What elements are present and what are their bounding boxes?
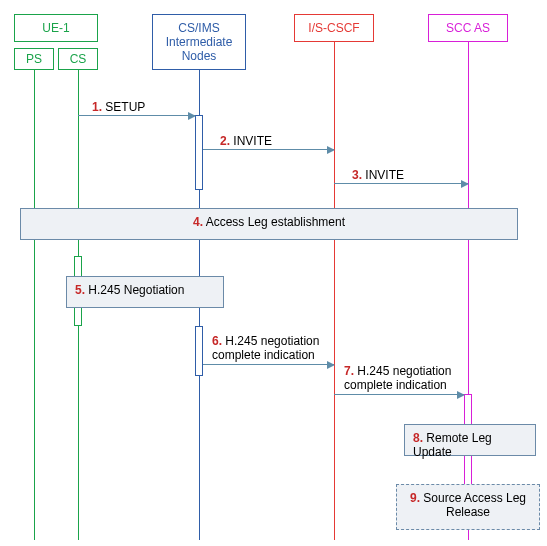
msg7-label: 7. H.245 negotiation complete indication [344,364,474,392]
participant-csims-label: CS/IMS Intermediate Nodes [157,21,241,63]
arrow-invite-2 [203,149,334,150]
participant-iscscf-label: I/S-CSCF [308,21,359,35]
arrow-invite-3 [334,183,468,184]
participant-ue1-cs-label: CS [70,52,87,66]
msg1-label: 1. SETUP [92,100,145,114]
arrow-h245-6 [203,364,334,365]
lifeline-iscscf [334,42,335,540]
block-h245-neg: 5. H.245 Negotiation [66,276,224,308]
msg3-label: 3. INVITE [352,168,404,182]
participant-csims: CS/IMS Intermediate Nodes [152,14,246,70]
activation-csims-6 [195,326,203,376]
participant-sccas: SCC AS [428,14,508,42]
participant-iscscf: I/S-CSCF [294,14,374,42]
arrow-h245-7 [334,394,464,395]
block-access-leg: 4. Access Leg establishment [20,208,518,240]
participant-ue1-cs: CS [58,48,98,70]
participant-ue1: UE-1 [14,14,98,42]
participant-ue1-ps: PS [14,48,54,70]
arrow-setup [78,115,195,116]
lifeline-ue1-ps [34,70,35,540]
participant-ue1-label: UE-1 [42,21,69,35]
block-remote-leg: 8. Remote Leg Update [404,424,536,456]
participant-ue1-ps-label: PS [26,52,42,66]
msg2-label: 2. INVITE [220,134,272,148]
activation-csims-1 [195,115,203,190]
msg6-label: 6. H.245 negotiation complete indication [212,334,342,362]
block-source-release: 9. Source Access Leg Release [396,484,540,530]
participant-sccas-label: SCC AS [446,21,490,35]
